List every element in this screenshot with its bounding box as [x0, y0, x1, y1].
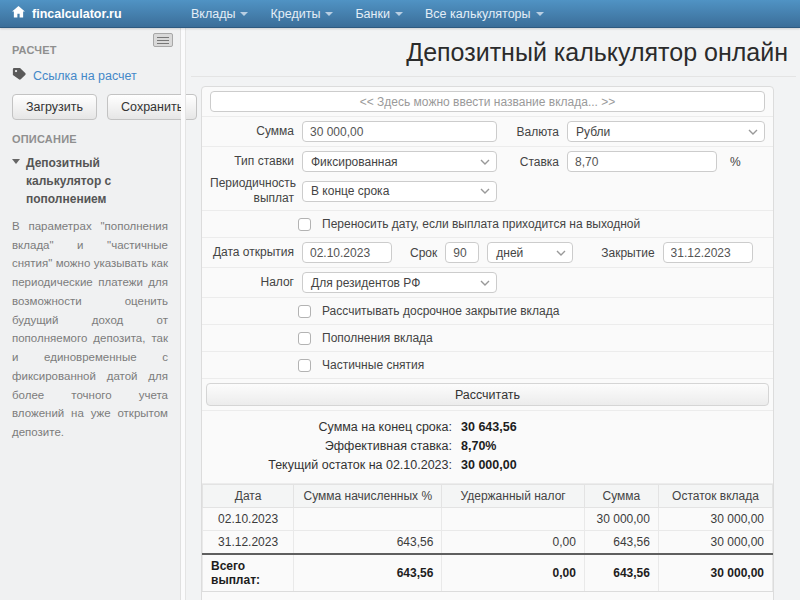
actions-row: Экспорт в Excel пролонгировать вклад >>: [202, 592, 773, 600]
open-date-label: Дата открытия: [210, 245, 294, 260]
page-title: Депозитный калькулятор онлайн: [187, 28, 800, 76]
summary-value: 30 000,00: [461, 456, 517, 475]
table-cell: 31.12.2023: [203, 531, 294, 555]
table-cell: [294, 508, 442, 531]
dates-row: Дата открытия Срок дней Закрытие: [202, 238, 773, 268]
periodicity-row: Периодичность выплат В конце срока: [202, 174, 773, 211]
sidebar-divider: [181, 28, 186, 600]
nav-item-banks[interactable]: Банки: [344, 0, 414, 28]
withdrawal-row: Частичные снятия: [202, 352, 773, 379]
brand-link[interactable]: fincalculator.ru: [0, 6, 170, 21]
rate-label: Ставка: [507, 155, 559, 169]
calc-section-header: РАСЧЕТ: [12, 44, 168, 56]
table-footer-cell: 30 000,00: [658, 554, 772, 592]
table-cell: 02.10.2023: [203, 508, 294, 531]
rate-type-label: Тип ставки: [210, 154, 294, 169]
currency-label: Валюта: [507, 125, 559, 139]
table-cell: 30 000,00: [658, 531, 772, 555]
close-date-label: Закрытие: [601, 246, 654, 260]
chevron-down-icon: [480, 188, 490, 194]
table-footer-cell: 643,56: [294, 554, 442, 592]
topup-checkbox[interactable]: [298, 332, 311, 345]
nav-item-label: Вклады: [191, 7, 235, 21]
early-close-label: Рассчитывать досрочное закрытие вклада: [322, 304, 559, 318]
nav-item-credits[interactable]: Кредиты: [259, 0, 344, 28]
withdrawal-checkbox[interactable]: [298, 359, 311, 372]
description-text: В параметрах "пополнения вклада" и "част…: [12, 217, 168, 442]
calculate-button[interactable]: Рассчитать: [206, 383, 769, 406]
table-footer-row: Всего выплат: 643,56 0,00 643,56 30 000,…: [203, 554, 773, 592]
tax-select[interactable]: Для резидентов РФ: [302, 272, 497, 293]
tax-select-value: Для резидентов РФ: [311, 276, 420, 290]
calculator-panel: Сумма Валюта Рубли Тип ставки Фиксирован…: [201, 86, 774, 600]
calc-link[interactable]: Ссылка на расчет: [33, 69, 137, 83]
percent-sign: %: [730, 155, 741, 169]
table-cell: 643,56: [294, 531, 442, 555]
caret-down-icon: [325, 12, 333, 16]
table-footer-cell: 643,56: [584, 554, 658, 592]
table-row: 02.10.2023 30 000,00 30 000,00: [203, 508, 773, 531]
home-icon: [12, 6, 25, 21]
periodicity-label: Периодичность выплат: [210, 176, 294, 206]
table-footer-cell: Всего выплат:: [203, 554, 294, 592]
table-cell: 30 000,00: [584, 508, 658, 531]
sidebar-toggle-menu-icon[interactable]: [153, 33, 173, 47]
brand-label: fincalculator.ru: [32, 7, 122, 21]
description-toggle[interactable]: Депозитный калькулятор с пополнением: [12, 154, 168, 208]
caret-down-icon: [536, 12, 544, 16]
topup-label: Пополнения вклада: [322, 331, 433, 345]
nav-item-label: Все калькуляторы: [425, 7, 531, 21]
summary-row: Сумма на конец срока: 30 643,56: [214, 418, 761, 437]
rate-type-select-value: Фиксированная: [311, 155, 398, 169]
summary-value: 30 643,56: [461, 418, 517, 437]
sum-label: Сумма: [210, 124, 294, 139]
nav-item-all-calculators[interactable]: Все калькуляторы: [414, 0, 555, 28]
nav-item-deposits[interactable]: Вклады: [180, 0, 259, 28]
table-cell: 30 000,00: [658, 508, 772, 531]
nav-menu: Вклады Кредиты Банки Все калькуляторы: [180, 0, 555, 28]
description-header: ОПИСАНИЕ: [12, 133, 168, 145]
caret-down-icon: [395, 12, 403, 16]
weekend-shift-row: Переносить дату, если выплата приходится…: [202, 211, 773, 238]
rate-type-select[interactable]: Фиксированная: [302, 151, 497, 172]
currency-select-value: Рубли: [576, 125, 610, 139]
weekend-shift-label: Переносить дату, если выплата приходится…: [322, 217, 640, 231]
table-row: 31.12.2023 643,56 0,00 643,56 30 000,00: [203, 531, 773, 555]
tag-icon: [12, 67, 26, 85]
navbar: fincalculator.ru Вклады Кредиты Банки Вс…: [0, 0, 800, 28]
sidebar: РАСЧЕТ Ссылка на расчет Загрузить Сохран…: [0, 28, 181, 600]
nav-item-label: Кредиты: [270, 7, 320, 21]
title-divider: [191, 76, 796, 77]
early-close-row: Рассчитывать досрочное закрытие вклада: [202, 298, 773, 325]
periodicity-select[interactable]: В конце срока: [302, 181, 497, 202]
periodicity-select-value: В конце срока: [311, 184, 389, 198]
table-header-cell: Дата: [203, 485, 294, 508]
deposit-name-row: [202, 87, 773, 117]
tax-label: Налог: [210, 275, 294, 290]
term-input[interactable]: [445, 242, 479, 263]
results-table: Дата Сумма начисленных % Удержанный нало…: [202, 484, 773, 592]
summary-label: Сумма на конец срока:: [214, 418, 452, 437]
currency-select[interactable]: Рубли: [567, 121, 765, 142]
table-header-cell: Остаток вклада: [658, 485, 772, 508]
load-button[interactable]: Загрузить: [12, 94, 97, 120]
term-unit-select[interactable]: дней: [487, 242, 573, 263]
open-date-input[interactable]: [302, 242, 392, 263]
rate-input[interactable]: [567, 151, 717, 172]
chevron-down-icon: [480, 159, 490, 165]
deposit-name-input[interactable]: [210, 91, 765, 112]
description-title-label: Депозитный калькулятор с пополнением: [26, 154, 168, 208]
caret-down-icon: [12, 159, 20, 164]
summary-row: Текущий остаток на 02.10.2023: 30 000,00: [214, 456, 761, 475]
withdrawal-label: Частичные снятия: [322, 358, 424, 372]
chevron-down-icon: [556, 250, 566, 256]
early-close-checkbox[interactable]: [298, 305, 311, 318]
nav-item-label: Банки: [355, 7, 390, 21]
summary-label: Текущий остаток на 02.10.2023:: [214, 456, 452, 475]
calculate-row: Рассчитать: [202, 379, 773, 411]
table-header-cell: Сумма: [584, 485, 658, 508]
summary-value: 8,70%: [461, 437, 496, 456]
sum-input[interactable]: [302, 121, 497, 142]
weekend-shift-checkbox[interactable]: [298, 218, 311, 231]
close-date-input[interactable]: [663, 242, 753, 263]
